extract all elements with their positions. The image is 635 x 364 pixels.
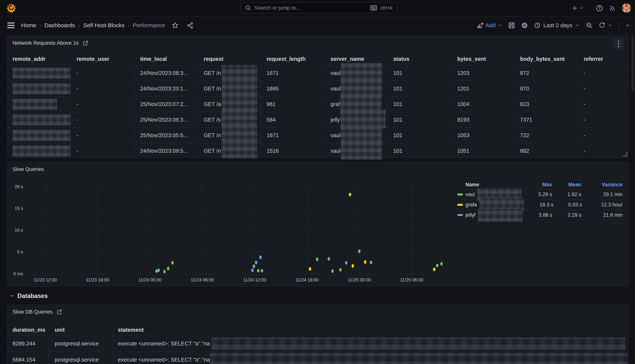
breadcrumb-folder[interactable]: Self Host Blocks (83, 22, 124, 28)
scatter-point[interactable] (436, 264, 438, 267)
dashboard-settings-gear-icon[interactable] (521, 22, 528, 29)
menu-hamburger-icon[interactable] (7, 22, 15, 28)
scatter-point[interactable] (167, 266, 169, 270)
scatter-point[interactable] (261, 269, 263, 272)
zoom-out-time-icon[interactable] (586, 22, 593, 29)
scatter-point[interactable] (345, 261, 348, 264)
cell-bytes-sent: 1053 (452, 128, 514, 143)
legend-series-name: grafa (465, 202, 477, 208)
legend-header-max[interactable]: Max (522, 182, 552, 188)
save-dashboard-icon[interactable] (508, 22, 515, 29)
external-link-icon[interactable] (57, 309, 62, 315)
breadcrumb-dashboards[interactable]: Dashboards (44, 22, 75, 28)
scatter-point[interactable] (440, 262, 443, 266)
refresh-button[interactable] (599, 22, 612, 29)
x-axis-tick-label: 11/24 12:00 (236, 278, 273, 282)
column-header-statement[interactable]: statement (112, 327, 144, 333)
scatter-point[interactable] (251, 268, 254, 272)
scatter-point[interactable] (158, 268, 160, 272)
search-placeholder: Search or jump to... (254, 5, 367, 11)
scatter-plot[interactable]: 20 s15 s10 s5 s0 ms11/23 12:0011/23 18:0… (7, 162, 456, 287)
share-icon[interactable] (187, 22, 194, 29)
cell-body-bytes-sent: 7371 (514, 112, 578, 128)
column-header-server_name[interactable]: server_name (325, 56, 388, 62)
scatter-point[interactable] (259, 256, 262, 259)
blurred-request (222, 65, 258, 80)
breadcrumb-home[interactable]: Home (21, 22, 36, 28)
cell-remote-user: - (71, 97, 134, 112)
column-header-remote_addr[interactable]: remote_addr (7, 56, 71, 62)
grafana-logo-icon[interactable] (6, 3, 16, 13)
scatter-point[interactable] (328, 257, 330, 260)
external-link-icon[interactable] (83, 40, 88, 46)
scatter-point[interactable] (339, 268, 342, 272)
scatter-point[interactable] (171, 261, 174, 264)
cell-unit: postgresql.service (49, 336, 112, 352)
x-axis-tick-label: 11/24 00:00 (132, 278, 168, 282)
news-rss-icon[interactable] (609, 4, 616, 12)
scatter-point[interactable] (309, 267, 311, 271)
cell-request-length: 1671 (261, 128, 325, 143)
legend-row[interactable]: vaul5.29 s1.92 s29.1 min (457, 189, 622, 200)
scatter-point[interactable] (352, 264, 354, 268)
chart-legend: Name Max Mean Variance vaul5.29 s1.92 s2… (457, 180, 622, 220)
panel-resize-handle[interactable] (622, 152, 627, 156)
legend-max-value: 18.3 s (524, 202, 553, 208)
cell-bytes-sent: 1201 (452, 81, 514, 96)
column-header-request[interactable]: request (198, 56, 261, 62)
breadcrumb-separator: › (128, 22, 130, 28)
column-header-duration_ms[interactable]: duration_ms (7, 327, 49, 333)
legend-row[interactable]: jellyf3.88 s2.29 s21.8 min (457, 210, 622, 220)
scatter-point[interactable] (257, 269, 260, 272)
column-header-referrer[interactable]: referrer (578, 56, 617, 62)
column-header-bytes_sent[interactable]: bytes_sent (452, 56, 514, 62)
column-header-remote_user[interactable]: remote_user (71, 56, 134, 62)
legend-header-mean[interactable]: Mean (552, 182, 581, 188)
blurred-server-name (341, 141, 382, 160)
panel-title[interactable]: Slow DB Queries (12, 309, 53, 315)
column-header-time_local[interactable]: time_local (134, 56, 198, 62)
legend-header-variance[interactable]: Variance (581, 182, 622, 188)
favorite-star-icon[interactable] (172, 22, 179, 29)
search-input[interactable]: Search or jump to... ctrl+k (240, 2, 397, 13)
time-range-picker[interactable]: Last 2 days (534, 22, 580, 29)
cell-status: 101 (388, 128, 452, 143)
column-header-body_bytes_sent[interactable]: body_bytes_sent (514, 56, 578, 62)
cell-remote-addr (7, 66, 71, 81)
breadcrumb-separator: › (78, 22, 80, 28)
panel-slow-queries: Slow Queries 20 s15 s10 s5 s0 ms11/23 12… (6, 162, 629, 287)
scatter-point[interactable] (255, 260, 257, 264)
cell-time-local: 24/Nov/2023:20:1... (134, 81, 198, 96)
cell-request: GET /s (198, 112, 261, 128)
column-header-unit[interactable]: unit (49, 327, 112, 333)
add-button[interactable]: Add (477, 22, 502, 29)
legend-max-value: 5.29 s (522, 192, 552, 198)
table-row: -24/Nov/2023:20:1...GET /n1695vaul101120… (7, 81, 628, 96)
blurred-remote-addr (12, 114, 70, 125)
scatter-point[interactable] (163, 270, 166, 274)
table-row: 8289.244postgresql.serviceexecute <unnam… (7, 335, 628, 352)
cell-duration-ms: 8289.244 (7, 336, 49, 352)
new-button[interactable] (572, 5, 584, 11)
cell-referrer: - (578, 66, 617, 81)
scatter-point[interactable] (364, 260, 366, 264)
cell-time-local: 25/Nov/2023:06:3... (134, 112, 198, 128)
help-icon[interactable] (596, 4, 603, 12)
page-scrollbar-thumb[interactable] (632, 35, 634, 92)
column-header-request_length[interactable]: request_length (261, 56, 325, 62)
cell-remote-user: - (71, 143, 134, 158)
panel-menu-kebab[interactable] (614, 38, 624, 50)
scatter-point[interactable] (370, 260, 372, 264)
y-axis-tick-label: 0 ms (7, 271, 23, 276)
scatter-point[interactable] (433, 268, 436, 271)
scatter-point[interactable] (316, 258, 318, 261)
panel-title[interactable]: Network Requests Above 1s (12, 40, 78, 46)
scatter-point[interactable] (349, 193, 351, 196)
avatar[interactable] (622, 4, 631, 13)
scatter-point[interactable] (331, 269, 334, 273)
legend-row[interactable]: grafa18.3 s5.03 s12.3 hour (457, 200, 622, 210)
section-row-databases[interactable]: Databases (10, 292, 48, 300)
column-header-status[interactable]: status (388, 56, 452, 62)
collapse-toolbar-chevron-icon[interactable] (625, 23, 630, 28)
legend-header-name[interactable]: Name (457, 182, 522, 188)
